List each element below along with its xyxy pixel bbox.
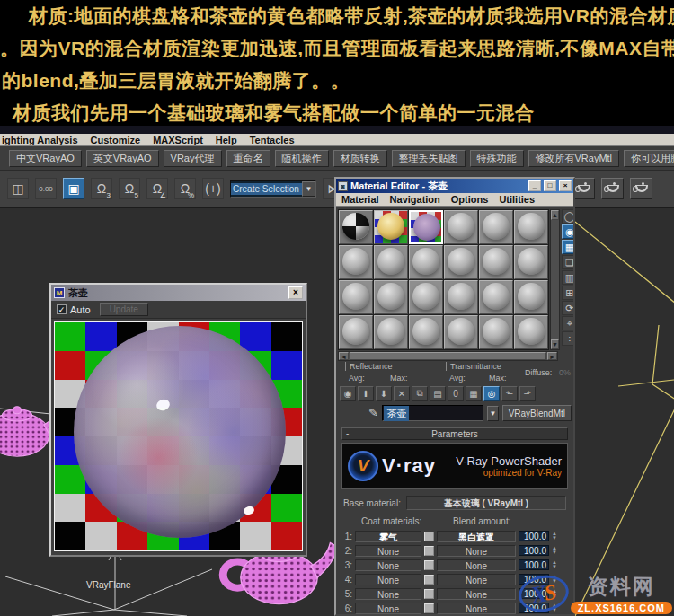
sample-slot-4[interactable]	[444, 210, 478, 244]
script-toolbar-button[interactable]: 重命名	[226, 150, 270, 167]
chevron-down-icon[interactable]: ▼	[302, 181, 315, 197]
menu-item-maxscript[interactable]: MAXScript	[153, 135, 203, 145]
sample-slot-17[interactable]	[479, 280, 513, 314]
maximize-icon[interactable]: □	[544, 180, 556, 191]
coat-material-button[interactable]: None	[355, 545, 421, 557]
coat-material-button[interactable]: None	[355, 559, 421, 571]
sample-slot-12[interactable]	[514, 245, 548, 279]
pick-material-eyedropper-icon[interactable]: ✎	[368, 406, 378, 420]
blend-amount-value[interactable]: 100.0	[519, 531, 549, 541]
blend-amount-map-button[interactable]: None	[437, 603, 516, 614]
sample-type-icon[interactable]: ◯	[562, 209, 575, 224]
make-preview-icon[interactable]: ⊞	[562, 286, 575, 300]
snap-spacing-icon[interactable]: 0.00	[35, 178, 57, 199]
sample-slot-11[interactable]	[479, 245, 513, 279]
coat-material-button[interactable]: None	[355, 574, 421, 585]
selection-set-dropdown[interactable]: Create Selection Se▼	[230, 180, 316, 198]
blend-amount-map-button[interactable]: None	[437, 545, 516, 557]
me-menu-options[interactable]: Options	[451, 194, 489, 205]
slots-vertical-scrollbar[interactable]: ▲ ▼	[550, 209, 560, 350]
blend-color-swatch[interactable]	[424, 575, 434, 585]
parameters-rollout-header[interactable]: - Parameters	[341, 427, 568, 440]
menu-item-tentacles[interactable]: Tentacles	[250, 135, 295, 145]
sample-slot-16[interactable]	[444, 280, 478, 314]
quick-render-teapot-icon[interactable]	[601, 178, 624, 199]
sample-slot-20[interactable]	[374, 315, 408, 349]
go-to-parent-icon[interactable]: ⬑	[501, 386, 518, 401]
blend-amount-value[interactable]: 100.0	[519, 559, 549, 570]
sample-slot-10[interactable]	[444, 245, 478, 279]
sample-slot-7[interactable]	[339, 245, 373, 279]
angle-snap-icon[interactable]: Ω∠	[146, 178, 168, 199]
sample-slot-6[interactable]	[514, 210, 548, 244]
show-end-result-icon[interactable]: ◎	[483, 386, 500, 401]
blend-amount-map-button[interactable]: None	[437, 559, 516, 571]
sample-slot-14[interactable]	[374, 280, 408, 314]
spinner-control[interactable]: ▲▼	[552, 532, 557, 541]
blend-color-swatch[interactable]	[424, 603, 434, 613]
blend-amount-map-button[interactable]: 黑白遮罩	[437, 531, 516, 542]
minimize-icon[interactable]: _	[528, 180, 541, 191]
percent-snap-icon[interactable]: Ω%	[174, 178, 196, 199]
menu-item-ighting-analysis[interactable]: ighting Analysis	[2, 135, 78, 145]
sample-uv-tiling-icon[interactable]: ❏	[562, 255, 575, 269]
spinner-down-icon[interactable]: ▼	[552, 565, 557, 569]
script-toolbar-button[interactable]: 中文VRayAO	[9, 150, 82, 167]
collapse-icon[interactable]: -	[346, 428, 349, 439]
script-toolbar-button[interactable]: VRay代理	[164, 150, 222, 167]
get-material-icon[interactable]: ◉	[340, 386, 356, 401]
menu-item-customize[interactable]: Customize	[91, 135, 141, 145]
me-menu-material[interactable]: Material	[341, 194, 379, 205]
chevron-down-icon[interactable]: ▼	[487, 406, 499, 421]
go-forward-to-sibling-icon[interactable]: ⬏	[519, 386, 536, 401]
blend-color-swatch[interactable]	[424, 532, 434, 541]
options-icon[interactable]: ⟳	[562, 301, 575, 315]
script-toolbar-button[interactable]: 随机操作	[275, 150, 329, 167]
base-material-button[interactable]: 基本玻璃 ( VRayMtl )	[406, 496, 566, 510]
script-toolbar-button[interactable]: 英文VRayAO	[86, 150, 159, 167]
sample-slot-3[interactable]	[409, 210, 443, 244]
sample-slot-24[interactable]	[514, 315, 548, 349]
scroll-right-icon[interactable]: ►	[547, 352, 557, 360]
assign-material-to-selection-icon[interactable]: ⬇	[376, 386, 392, 401]
sample-slot-13[interactable]	[339, 280, 373, 314]
coat-material-button[interactable]: 雾气	[355, 531, 421, 542]
put-material-to-scene-icon[interactable]: ⬆	[358, 386, 374, 401]
sample-slot-5[interactable]	[479, 210, 513, 244]
scroll-up-icon[interactable]: ▲	[551, 210, 559, 220]
snap-toggle-3d-icon[interactable]: Ω3	[91, 178, 112, 199]
backlight-icon[interactable]: ◉	[562, 224, 575, 239]
select-by-material-icon[interactable]: ⌖	[562, 316, 575, 330]
sample-slot-23[interactable]	[479, 315, 513, 349]
sample-slot-8[interactable]	[374, 245, 408, 279]
show-map-in-viewport-icon[interactable]: ▦	[466, 386, 482, 401]
background-icon[interactable]: ▦	[562, 240, 575, 254]
blend-amount-map-button[interactable]: None	[437, 574, 516, 585]
me-menu-navigation[interactable]: Navigation	[390, 194, 440, 205]
sample-slot-9[interactable]	[409, 245, 443, 279]
sample-slot-15[interactable]	[409, 280, 443, 314]
script-toolbar-button[interactable]: 材质转换	[333, 150, 387, 167]
material-editor-titlebar[interactable]: ◙ Material Editor - 茶壶 _ □ ×	[336, 179, 573, 193]
keyboard-override-icon[interactable]: (+)	[202, 178, 224, 199]
slots-horizontal-scrollbar[interactable]: ◄ ►	[338, 351, 558, 361]
sample-slot-19[interactable]	[339, 315, 373, 349]
script-toolbar-button[interactable]: 特殊功能	[470, 150, 524, 167]
close-icon[interactable]: ×	[559, 180, 572, 191]
video-color-check-icon[interactable]: ▥	[562, 270, 575, 285]
blend-color-swatch[interactable]	[424, 560, 434, 570]
spinner-control[interactable]: ▲▼	[552, 560, 557, 569]
material-map-navigator-icon[interactable]: ⁘	[562, 331, 575, 346]
spinner-control[interactable]: ▲▼	[552, 546, 557, 555]
sample-slot-21[interactable]	[409, 315, 443, 349]
script-toolbar-button[interactable]: 你可以用脚本管理添加按钮到此处	[624, 150, 674, 167]
snap-toggle-25d-icon[interactable]: Ω5	[119, 178, 140, 199]
menu-item-help[interactable]: Help	[216, 135, 237, 145]
close-icon[interactable]: ×	[288, 286, 303, 299]
coat-material-button[interactable]: None	[355, 588, 421, 600]
update-button[interactable]: Update	[100, 303, 148, 316]
sample-slot-22[interactable]	[444, 315, 478, 349]
make-material-copy-icon[interactable]: ⧉	[412, 386, 428, 401]
material-type-button[interactable]: VRayBlendMtl	[502, 405, 572, 421]
spinner-down-icon[interactable]: ▼	[552, 550, 557, 555]
